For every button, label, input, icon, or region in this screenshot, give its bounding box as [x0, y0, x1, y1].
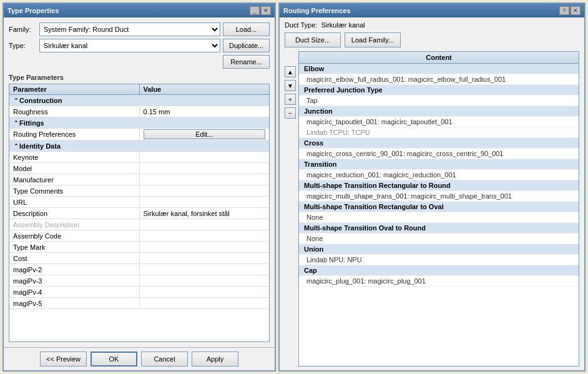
close-button[interactable]: ✕ [261, 6, 271, 15]
routing-preferences-panel: Routing Preferences ? ✕ Duct Type: Sirku… [278, 2, 586, 372]
table-row: ⌃ Fittings [9, 117, 269, 129]
content-row[interactable]: Cross [299, 138, 579, 149]
load-family-button[interactable]: Load Family... [345, 32, 401, 47]
content-header: Content [299, 52, 579, 64]
content-row[interactable]: Lindab NPU: NPU [299, 255, 579, 265]
table-row[interactable]: Cost [9, 253, 269, 264]
content-row[interactable]: magicirc_plug_001: magicirc_plug_001 [299, 276, 579, 287]
params-table: Parameter Value ⌃ Construction Roughness… [9, 84, 270, 342]
table-row: ⌃ Identity Data [9, 140, 269, 152]
family-label: Family: [9, 26, 37, 33]
content-row[interactable]: Preferred Junction Type [299, 85, 579, 96]
content-row[interactable]: Transition [299, 159, 579, 170]
ok-button[interactable]: OK [91, 352, 137, 367]
arrow-down-button[interactable]: ▼ [285, 80, 296, 91]
table-row[interactable]: Assembly Description [9, 219, 269, 230]
content-row[interactable]: Tap [299, 96, 579, 106]
table-row[interactable]: Roughness 0.15 mm [9, 106, 269, 117]
table-row[interactable]: Description Sirkulær kanal, forsinket st… [9, 208, 269, 219]
content-row[interactable]: magicirc_cross_centric_90_001: magicirc_… [299, 149, 579, 159]
content-row[interactable]: Junction [299, 106, 579, 117]
content-row[interactable]: Multi-shape Transition Rectangular to Ov… [299, 202, 579, 212]
table-row[interactable]: URL [9, 197, 269, 208]
content-row[interactable]: magicirc_multi_shape_trans_001: magicirc… [299, 191, 579, 202]
table-row[interactable]: Keynote [9, 152, 269, 163]
content-row[interactable]: magicirc_tapoutlet_001: magicirc_tapoutl… [299, 117, 579, 127]
content-row[interactable]: Cap [299, 265, 579, 276]
content-row[interactable]: Lindab TCPU: TCPU [299, 127, 579, 138]
minimize-button[interactable]: _ [250, 6, 260, 15]
rp-close-button[interactable]: ✕ [571, 6, 581, 15]
arrow-add-button[interactable]: + [285, 94, 296, 105]
content-row[interactable]: Multi-shape Transition Oval to Round [299, 223, 579, 234]
side-arrows: ▲ ▼ + − [285, 51, 296, 367]
content-row[interactable]: magicirc_elbow_full_radius_001: magicirc… [299, 74, 579, 85]
type-properties-panel: Type Properties _ ✕ Family: System Famil… [2, 2, 276, 372]
apply-button[interactable]: Apply [192, 352, 238, 367]
type-properties-title: Type Properties _ ✕ [4, 4, 275, 17]
rp-help-button[interactable]: ? [559, 6, 569, 15]
table-row: ⌃ Construction [9, 95, 269, 106]
rename-button[interactable]: Rename... [223, 55, 270, 69]
col-parameter: Parameter [9, 84, 140, 94]
content-row[interactable]: None [299, 212, 579, 223]
table-row[interactable]: magiPv-4 [9, 287, 269, 298]
content-row[interactable]: magicirc_reduction_001: magicirc_reducti… [299, 170, 579, 180]
col-value: Value [140, 84, 270, 94]
routing-preferences-title: Routing Preferences ? ✕ [280, 4, 584, 17]
type-select[interactable]: Sirkulær kanal [39, 39, 220, 52]
arrow-remove-button[interactable]: − [285, 107, 296, 119]
table-row[interactable]: Assembly Code [9, 230, 269, 242]
load-button[interactable]: Load... [223, 22, 270, 36]
table-row[interactable]: Manufacturer [9, 174, 269, 185]
type-label: Type: [9, 42, 37, 49]
duct-type-label: Duct Type: [285, 21, 317, 29]
table-header: Parameter Value [9, 84, 269, 95]
content-table: Content Elbowmagicirc_elbow_full_radius_… [298, 51, 579, 367]
duct-type-value: Sirkulær kanal [321, 21, 365, 29]
content-row[interactable]: None [299, 234, 579, 244]
table-row[interactable]: Type Comments [9, 185, 269, 197]
content-row[interactable]: Multi-shape Transition Rectangular to Ro… [299, 180, 579, 191]
arrow-up-button[interactable]: ▲ [285, 66, 296, 77]
content-row[interactable]: Elbow [299, 64, 579, 74]
cancel-button[interactable]: Cancel [141, 352, 188, 367]
duplicate-button[interactable]: Duplicate... [223, 39, 270, 52]
preview-button[interactable]: << Preview [40, 352, 87, 367]
table-row[interactable]: Type Mark [9, 242, 269, 253]
family-select[interactable]: System Family: Round Duct [39, 22, 220, 36]
table-row[interactable]: Routing Preferences Edit... [9, 129, 269, 140]
edit-routing-btn[interactable]: Edit... [144, 129, 266, 139]
table-row[interactable]: Model [9, 163, 269, 174]
duct-size-button[interactable]: Duct Size... [285, 32, 341, 47]
table-row[interactable]: magiPv-2 [9, 264, 269, 275]
content-row[interactable]: Union [299, 244, 579, 255]
type-parameters-label: Type Parameters [9, 74, 270, 81]
table-row[interactable]: magiPv-5 [9, 298, 269, 309]
table-row[interactable]: magiPv-3 [9, 275, 269, 287]
bottom-bar: << Preview OK Cancel Apply [4, 347, 275, 370]
